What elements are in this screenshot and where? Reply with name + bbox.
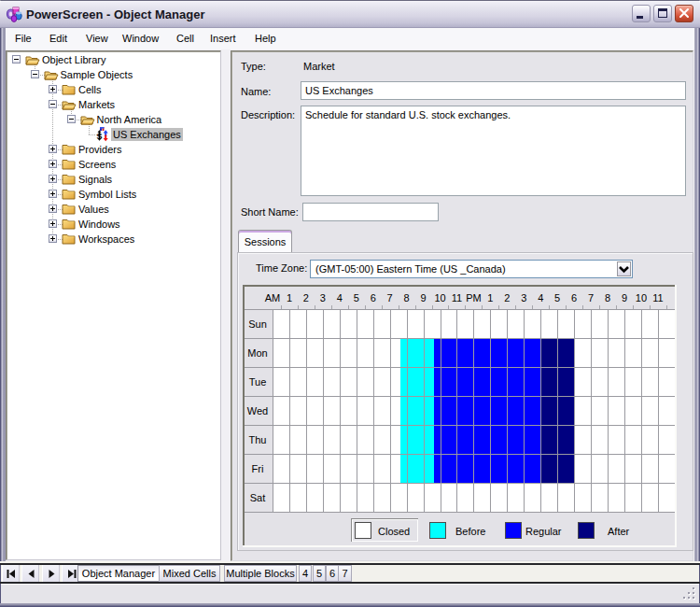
svg-text:Mon: Mon: [247, 347, 267, 359]
svg-text:Thu: Thu: [249, 434, 267, 445]
svg-text:After: After: [608, 526, 630, 537]
svg-text:9: 9: [420, 292, 426, 304]
svg-text:4: 4: [538, 292, 543, 304]
svg-text:5: 5: [554, 292, 560, 304]
svg-text:7: 7: [387, 292, 393, 304]
svg-text:10: 10: [636, 292, 647, 304]
svg-text:3: 3: [320, 292, 326, 304]
svg-text:10: 10: [434, 292, 445, 304]
svg-text:PM: PM: [466, 292, 482, 304]
svg-text:2: 2: [504, 292, 510, 304]
svg-text:AM: AM: [265, 292, 281, 304]
svg-text:Closed: Closed: [378, 526, 410, 537]
svg-text:3: 3: [521, 292, 526, 304]
svg-text:8: 8: [404, 292, 410, 304]
svg-text:1: 1: [287, 292, 292, 304]
svg-text:6: 6: [571, 292, 577, 304]
svg-text:Tue: Tue: [249, 376, 267, 388]
svg-text:Before: Before: [455, 526, 485, 537]
svg-text:4: 4: [337, 292, 343, 304]
svg-text:Regular: Regular: [525, 526, 562, 537]
svg-text:7: 7: [588, 292, 594, 304]
svg-text:2: 2: [303, 292, 309, 304]
svg-text:S: S: [97, 132, 103, 141]
svg-text:11: 11: [452, 292, 462, 304]
svg-text:Sun: Sun: [248, 318, 267, 330]
svg-text:Sat: Sat: [250, 492, 266, 503]
svg-text:Wed: Wed: [247, 405, 268, 416]
svg-text:9: 9: [622, 292, 627, 304]
svg-text:Fri: Fri: [252, 463, 264, 474]
svg-text:1: 1: [487, 292, 493, 304]
svg-text:11: 11: [652, 292, 663, 304]
svg-text:5: 5: [354, 292, 359, 304]
svg-text:6: 6: [371, 292, 376, 304]
svg-text:8: 8: [605, 292, 610, 304]
